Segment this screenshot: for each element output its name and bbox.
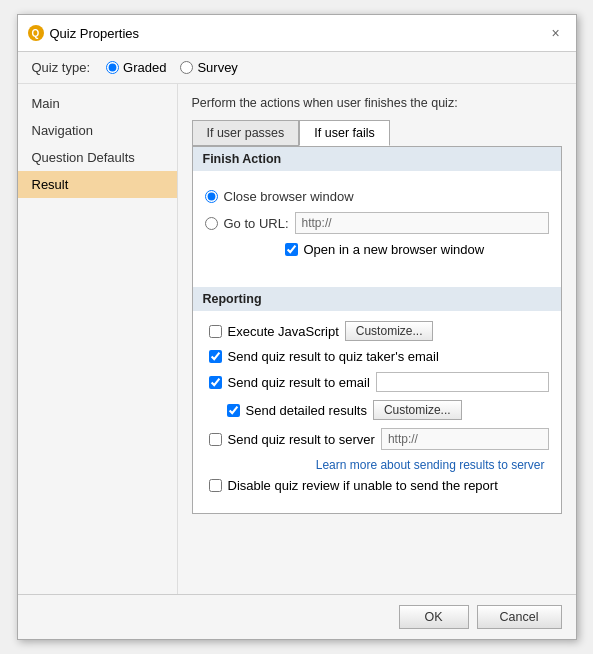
send-taker-email-checkbox[interactable] [209, 350, 222, 363]
send-taker-email-label[interactable]: Send quiz result to quiz taker's email [228, 349, 439, 364]
send-to-server-label[interactable]: Send quiz result to server [228, 432, 375, 447]
tab-if-user-fails[interactable]: If user fails [299, 120, 389, 146]
send-taker-email-row: Send quiz result to quiz taker's email [205, 349, 549, 364]
execute-js-label[interactable]: Execute JavaScript [228, 324, 339, 339]
send-to-server-input[interactable] [381, 428, 549, 450]
finish-action-content: Close browser window Go to URL: Open in … [205, 181, 549, 273]
quiz-properties-dialog: Q Quiz Properties × Quiz type: Graded Su… [17, 14, 577, 640]
send-to-server-row: Send quiz result to server [205, 428, 549, 450]
title-bar: Q Quiz Properties × [18, 15, 576, 52]
close-button[interactable]: × [546, 23, 566, 43]
sidebar-item-result[interactable]: Result [18, 171, 177, 198]
reporting-content: Execute JavaScript Customize... Send qui… [205, 321, 549, 493]
open-in-new-browser-row: Open in a new browser window [205, 242, 549, 257]
execute-js-checkbox[interactable] [209, 325, 222, 338]
dialog-footer: OK Cancel [18, 594, 576, 639]
graded-radio[interactable] [106, 61, 119, 74]
send-to-email-input[interactable] [376, 372, 549, 392]
open-new-browser-checkbox[interactable] [285, 243, 298, 256]
close-browser-radio[interactable] [205, 190, 218, 203]
send-detailed-customize-button[interactable]: Customize... [373, 400, 462, 420]
tab-content: Finish Action Close browser window Go to… [192, 146, 562, 514]
tab-if-user-passes[interactable]: If user passes [192, 120, 300, 146]
send-to-server-checkbox[interactable] [209, 433, 222, 446]
send-to-email-label[interactable]: Send quiz result to email [228, 375, 370, 390]
send-to-email-checkbox[interactable] [209, 376, 222, 389]
cancel-button[interactable]: Cancel [477, 605, 562, 629]
sidebar-item-question-defaults[interactable]: Question Defaults [18, 144, 177, 171]
execute-js-customize-button[interactable]: Customize... [345, 321, 434, 341]
quiz-type-bar: Quiz type: Graded Survey [18, 52, 576, 84]
open-new-browser-label[interactable]: Open in a new browser window [304, 242, 485, 257]
ok-button[interactable]: OK [399, 605, 469, 629]
panel-description: Perform the actions when user finishes t… [192, 96, 562, 110]
close-browser-label[interactable]: Close browser window [224, 189, 354, 204]
content-area: Main Navigation Question Defaults Result… [18, 84, 576, 594]
send-detailed-label[interactable]: Send detailed results [246, 403, 367, 418]
learn-more-link[interactable]: Learn more about sending results to serv… [205, 458, 549, 472]
survey-radio[interactable] [180, 61, 193, 74]
send-detailed-checkbox[interactable] [227, 404, 240, 417]
sidebar: Main Navigation Question Defaults Result [18, 84, 178, 594]
dialog-title: Quiz Properties [50, 26, 140, 41]
survey-radio-item[interactable]: Survey [180, 60, 237, 75]
graded-label: Graded [123, 60, 166, 75]
disable-review-row: Disable quiz review if unable to send th… [205, 478, 549, 493]
go-to-url-input[interactable] [295, 212, 549, 234]
send-to-email-row: Send quiz result to email [205, 372, 549, 392]
sidebar-item-main[interactable]: Main [18, 90, 177, 117]
send-detailed-row: Send detailed results Customize... [205, 400, 549, 420]
quiz-icon: Q [28, 25, 44, 41]
finish-action-header: Finish Action [193, 147, 561, 171]
execute-js-row: Execute JavaScript Customize... [205, 321, 549, 341]
survey-label: Survey [197, 60, 237, 75]
title-bar-left: Q Quiz Properties [28, 25, 140, 41]
close-browser-row: Close browser window [205, 189, 549, 204]
disable-review-checkbox[interactable] [209, 479, 222, 492]
go-to-url-label[interactable]: Go to URL: [224, 216, 289, 231]
quiz-type-label: Quiz type: [32, 60, 91, 75]
main-panel: Perform the actions when user finishes t… [178, 84, 576, 594]
go-to-url-row: Go to URL: [205, 212, 549, 234]
disable-review-label[interactable]: Disable quiz review if unable to send th… [228, 478, 498, 493]
reporting-header: Reporting [193, 287, 561, 311]
go-to-url-radio[interactable] [205, 217, 218, 230]
sidebar-item-navigation[interactable]: Navigation [18, 117, 177, 144]
tabs: If user passes If user fails [192, 120, 562, 146]
graded-radio-item[interactable]: Graded [106, 60, 166, 75]
quiz-type-radio-group: Graded Survey [106, 60, 238, 75]
